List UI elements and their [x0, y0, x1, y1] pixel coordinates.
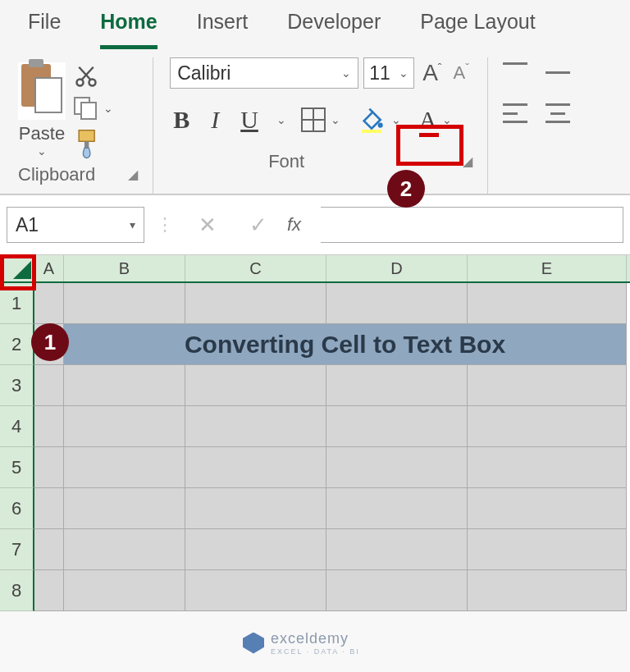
enter-formula-button[interactable]: ✓ [236, 213, 281, 238]
cell-C4[interactable] [185, 406, 326, 447]
row-6: 6 [0, 488, 630, 529]
cell-B3[interactable] [64, 365, 185, 406]
cell-D4[interactable] [326, 406, 468, 447]
cell-D1[interactable] [326, 283, 468, 324]
cell-E1[interactable] [468, 283, 627, 324]
col-header-E[interactable]: E [468, 255, 627, 281]
font-name-combo[interactable]: Calibri ⌄ [170, 57, 358, 89]
cell-D8[interactable] [326, 570, 468, 611]
paste-dropdown-icon[interactable]: ⌄ [18, 144, 66, 158]
borders-button[interactable]: ⌄ [301, 107, 340, 132]
cell-E5[interactable] [468, 447, 627, 488]
cell-D3[interactable] [326, 365, 468, 406]
cell-B5[interactable] [64, 447, 185, 488]
cell-A4[interactable] [34, 406, 64, 447]
col-header-B[interactable]: B [64, 255, 185, 281]
formula-bar: A1 ▾ ⋮ ✕ ✓ fx [0, 194, 630, 255]
cell-A8[interactable] [34, 570, 64, 611]
format-painter-button[interactable] [74, 128, 113, 159]
tab-page-layout[interactable]: Page Layout [420, 7, 535, 49]
cancel-formula-button[interactable]: ✕ [185, 213, 230, 238]
cell-B2-merged-title[interactable]: Converting Cell to Text Box [64, 324, 627, 365]
copy-dropdown-icon[interactable]: ⌄ [103, 102, 113, 115]
align-left-button[interactable] [503, 103, 527, 123]
select-all-corner[interactable] [0, 255, 34, 281]
bold-button[interactable]: B [170, 106, 193, 134]
cell-A3[interactable] [34, 365, 64, 406]
cut-button[interactable] [74, 64, 113, 89]
fill-bucket-icon [358, 107, 385, 133]
underline-button[interactable]: U [237, 106, 262, 134]
clipboard-group-label: Clipboard [18, 159, 95, 189]
cell-B6[interactable] [64, 488, 185, 529]
tab-insert[interactable]: Insert [197, 7, 249, 49]
ribbon: File Home Insert Developer Page Layout P… [0, 0, 630, 194]
font-launcher-icon[interactable]: ◢ [463, 153, 472, 169]
row-header-1[interactable]: 1 [0, 283, 34, 324]
cell-C7[interactable] [185, 529, 326, 570]
row-header-3[interactable]: 3 [0, 365, 34, 406]
cell-A7[interactable] [34, 529, 64, 570]
fill-color-dropdown-icon[interactable]: ⌄ [391, 113, 401, 126]
copy-button[interactable]: ⌄ [74, 97, 113, 120]
name-box-dropdown-icon[interactable]: ▾ [130, 218, 135, 231]
cell-B1[interactable] [64, 283, 185, 324]
svg-point-0 [77, 80, 84, 86]
col-header-D[interactable]: D [326, 255, 468, 281]
cell-E4[interactable] [468, 406, 627, 447]
row-header-4[interactable]: 4 [0, 406, 34, 447]
cell-A1[interactable] [34, 283, 64, 324]
borders-icon [301, 107, 326, 132]
underline-dropdown-icon[interactable]: ⌄ [276, 113, 286, 126]
row-header-6[interactable]: 6 [0, 488, 34, 529]
cell-B8[interactable] [64, 570, 185, 611]
cell-B7[interactable] [64, 529, 185, 570]
cell-B4[interactable] [64, 406, 185, 447]
cell-A6[interactable] [34, 488, 64, 529]
row-header-2[interactable]: 2 [0, 324, 34, 365]
scissors-icon [74, 64, 98, 89]
cell-C8[interactable] [185, 570, 326, 611]
col-header-C[interactable]: C [185, 255, 326, 281]
name-box[interactable]: A1 ▾ [7, 207, 144, 243]
ribbon-tabs: File Home Insert Developer Page Layout [0, 0, 630, 49]
shrink-font-button[interactable]: Aˇ [450, 62, 472, 84]
font-color-button[interactable]: A ⌄ [419, 106, 452, 134]
italic-button[interactable]: I [208, 106, 222, 134]
row-header-7[interactable]: 7 [0, 529, 34, 570]
cell-D6[interactable] [326, 488, 468, 529]
font-name-dropdown-icon[interactable]: ⌄ [341, 66, 351, 80]
cell-C6[interactable] [185, 488, 326, 529]
tab-file[interactable]: File [28, 7, 61, 49]
row-header-8[interactable]: 8 [0, 570, 34, 611]
borders-dropdown-icon[interactable]: ⌄ [331, 113, 340, 126]
cell-C1[interactable] [185, 283, 326, 324]
cell-E3[interactable] [468, 365, 627, 406]
font-size-combo[interactable]: 11 ⌄ [363, 57, 414, 89]
cell-A5[interactable] [34, 447, 64, 488]
cell-E7[interactable] [468, 529, 627, 570]
align-middle-button[interactable] [546, 62, 570, 82]
fx-label[interactable]: fx [287, 214, 314, 235]
font-color-dropdown-icon[interactable]: ⌄ [442, 113, 452, 126]
grow-font-button[interactable]: Aˆ [419, 60, 445, 86]
tab-home[interactable]: Home [100, 7, 157, 49]
fill-color-button[interactable]: ⌄ [355, 105, 404, 135]
copy-icon [74, 97, 97, 120]
cell-C3[interactable] [185, 365, 326, 406]
cell-C5[interactable] [185, 447, 326, 488]
row-header-5[interactable]: 5 [0, 447, 34, 488]
formula-input[interactable] [321, 207, 623, 243]
paste-button[interactable]: Paste ⌄ [18, 62, 66, 158]
clipboard-launcher-icon[interactable]: ◢ [128, 167, 138, 182]
cell-E6[interactable] [468, 488, 627, 529]
cell-E8[interactable] [468, 570, 627, 611]
cell-D5[interactable] [326, 447, 468, 488]
cell-D7[interactable] [326, 529, 468, 570]
cell-A2[interactable] [34, 324, 64, 365]
align-center-button[interactable] [546, 103, 570, 123]
font-size-dropdown-icon[interactable]: ⌄ [399, 66, 409, 80]
align-top-button[interactable] [503, 62, 527, 82]
tab-developer[interactable]: Developer [287, 7, 381, 49]
col-header-A[interactable]: A [34, 255, 64, 281]
